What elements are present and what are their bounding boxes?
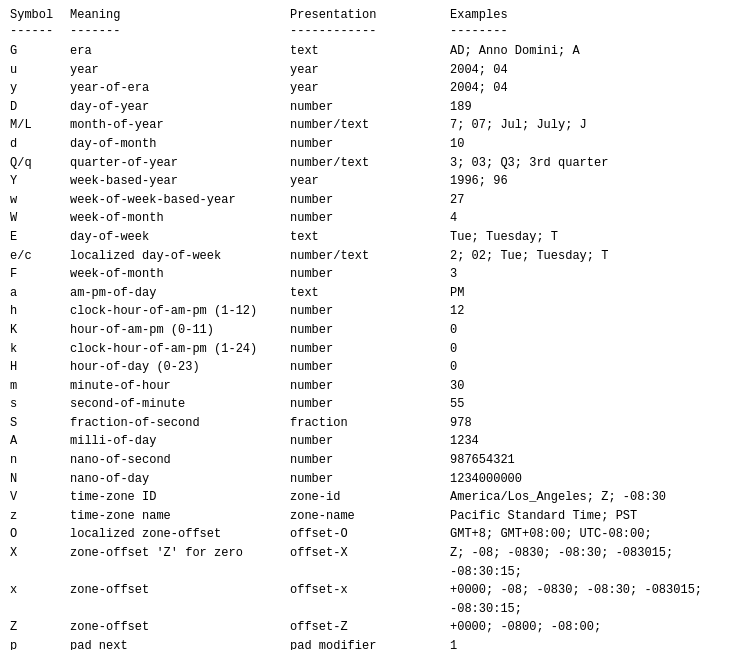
cell-meaning: pad next	[70, 637, 290, 650]
cell-meaning: minute-of-hour	[70, 377, 290, 396]
table-row: uyearyear2004; 04	[10, 61, 728, 80]
cell-examples: America/Los_Angeles; Z; -08:30	[450, 488, 728, 507]
cell-symbol: y	[10, 79, 70, 98]
cell-presentation: number	[290, 191, 450, 210]
table-row: e/clocalized day-of-weeknumber/text2; 02…	[10, 247, 728, 266]
cell-symbol: k	[10, 340, 70, 359]
cell-meaning: nano-of-day	[70, 470, 290, 489]
table-row: kclock-hour-of-am-pm (1-24)number0	[10, 340, 728, 359]
cell-symbol: w	[10, 191, 70, 210]
cell-symbol: N	[10, 470, 70, 489]
cell-examples: 2; 02; Tue; Tuesday; T	[450, 247, 728, 266]
table-row: Eday-of-weektextTue; Tuesday; T	[10, 228, 728, 247]
table-row: mminute-of-hournumber30	[10, 377, 728, 396]
cell-symbol: S	[10, 414, 70, 433]
cell-presentation: number/text	[290, 154, 450, 173]
header-presentation: Presentation	[290, 8, 450, 22]
table-row: Vtime-zone IDzone-idAmerica/Los_Angeles;…	[10, 488, 728, 507]
cell-meaning: zone-offset	[70, 581, 290, 618]
cell-examples: 3	[450, 265, 728, 284]
cell-meaning: quarter-of-year	[70, 154, 290, 173]
table-row: GeratextAD; Anno Domini; A	[10, 42, 728, 61]
cell-meaning: day-of-week	[70, 228, 290, 247]
cell-presentation: text	[290, 284, 450, 303]
cell-examples: 987654321	[450, 451, 728, 470]
cell-meaning: zone-offset 'Z' for zero	[70, 544, 290, 581]
table-row: Hhour-of-day (0-23)number0	[10, 358, 728, 377]
cell-examples: 10	[450, 135, 728, 154]
table-row: Wweek-of-monthnumber4	[10, 209, 728, 228]
cell-symbol: e/c	[10, 247, 70, 266]
cell-symbol: W	[10, 209, 70, 228]
table-row: Zzone-offsetoffset-Z+0000; -0800; -08:00…	[10, 618, 728, 637]
cell-meaning: year	[70, 61, 290, 80]
header-meaning: Meaning	[70, 8, 290, 22]
table-row: ssecond-of-minutenumber55	[10, 395, 728, 414]
cell-presentation: offset-O	[290, 525, 450, 544]
table-row: M/Lmonth-of-yearnumber/text7; 07; Jul; J…	[10, 116, 728, 135]
table-body: GeratextAD; Anno Domini; Auyearyear2004;…	[10, 42, 728, 650]
cell-examples: 3; 03; Q3; 3rd quarter	[450, 154, 728, 173]
cell-examples: 1234000000	[450, 470, 728, 489]
cell-presentation: number	[290, 470, 450, 489]
cell-examples: 7; 07; Jul; July; J	[450, 116, 728, 135]
cell-meaning: week-of-month	[70, 265, 290, 284]
cell-symbol: Z	[10, 618, 70, 637]
cell-examples: 55	[450, 395, 728, 414]
cell-examples: 0	[450, 358, 728, 377]
divider-presentation: ------------	[290, 24, 450, 38]
cell-symbol: Q/q	[10, 154, 70, 173]
cell-meaning: day-of-year	[70, 98, 290, 117]
cell-presentation: year	[290, 172, 450, 191]
table-row: Nnano-of-daynumber1234000000	[10, 470, 728, 489]
cell-meaning: clock-hour-of-am-pm (1-24)	[70, 340, 290, 359]
cell-examples: +0000; -08; -0830; -08:30; -083015; -08:…	[450, 581, 728, 618]
cell-symbol: a	[10, 284, 70, 303]
table-row: Olocalized zone-offsetoffset-OGMT+8; GMT…	[10, 525, 728, 544]
table-row: aam-pm-of-daytextPM	[10, 284, 728, 303]
cell-symbol: O	[10, 525, 70, 544]
cell-symbol: V	[10, 488, 70, 507]
cell-meaning: week-based-year	[70, 172, 290, 191]
cell-presentation: number	[290, 209, 450, 228]
cell-presentation: number	[290, 432, 450, 451]
cell-presentation: number	[290, 321, 450, 340]
cell-meaning: second-of-minute	[70, 395, 290, 414]
cell-symbol: E	[10, 228, 70, 247]
table-row: wweek-of-week-based-yearnumber27	[10, 191, 728, 210]
cell-examples: 0	[450, 321, 728, 340]
cell-meaning: hour-of-day (0-23)	[70, 358, 290, 377]
cell-meaning: day-of-month	[70, 135, 290, 154]
cell-meaning: localized day-of-week	[70, 247, 290, 266]
cell-presentation: zone-id	[290, 488, 450, 507]
table-row: Khour-of-am-pm (0-11)number0	[10, 321, 728, 340]
cell-meaning: era	[70, 42, 290, 61]
cell-symbol: A	[10, 432, 70, 451]
cell-symbol: K	[10, 321, 70, 340]
cell-presentation: number	[290, 395, 450, 414]
cell-examples: 1234	[450, 432, 728, 451]
cell-presentation: text	[290, 42, 450, 61]
cell-meaning: fraction-of-second	[70, 414, 290, 433]
cell-meaning: hour-of-am-pm (0-11)	[70, 321, 290, 340]
table-row: Fweek-of-monthnumber3	[10, 265, 728, 284]
table-row: Sfraction-of-secondfraction978	[10, 414, 728, 433]
cell-examples: 189	[450, 98, 728, 117]
cell-meaning: localized zone-offset	[70, 525, 290, 544]
divider-symbol: ------	[10, 24, 70, 38]
cell-presentation: offset-x	[290, 581, 450, 618]
cell-symbol: H	[10, 358, 70, 377]
cell-presentation: year	[290, 61, 450, 80]
table-row: Q/qquarter-of-yearnumber/text3; 03; Q3; …	[10, 154, 728, 173]
cell-meaning: time-zone ID	[70, 488, 290, 507]
cell-presentation: number	[290, 135, 450, 154]
cell-symbol: m	[10, 377, 70, 396]
header-symbol: Symbol	[10, 8, 70, 22]
cell-presentation: number	[290, 358, 450, 377]
table-row: ppad nextpad modifier1	[10, 637, 728, 650]
cell-examples: GMT+8; GMT+08:00; UTC-08:00;	[450, 525, 728, 544]
cell-presentation: pad modifier	[290, 637, 450, 650]
cell-symbol: D	[10, 98, 70, 117]
cell-examples: AD; Anno Domini; A	[450, 42, 728, 61]
cell-symbol: x	[10, 581, 70, 618]
